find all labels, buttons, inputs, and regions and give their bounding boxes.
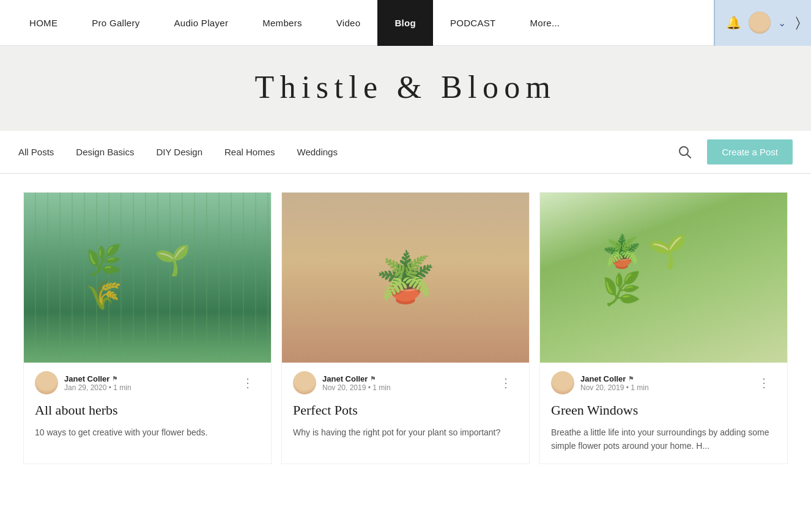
blog-filter-bar: All Posts Design Basics DIY Design Real … (0, 131, 811, 174)
post-3-date: Nov 20, 2019 • 1 min (580, 383, 649, 392)
post-1-date: Jan 29, 2020 • 1 min (64, 383, 131, 392)
site-title: Thistle & Bloom (0, 69, 811, 105)
post-1-meta: Janet Coller ⚑ Jan 29, 2020 • 1 min ⋮ (35, 371, 260, 394)
post-1-author-name: Janet Coller (64, 374, 109, 383)
filter-all-posts[interactable]: All Posts (18, 142, 65, 162)
post-2-meta: Janet Coller ⚑ Nov 20, 2019 • 1 min ⋮ (293, 371, 518, 394)
filter-real-homes[interactable]: Real Homes (213, 142, 286, 162)
post-3-body: Janet Coller ⚑ Nov 20, 2019 • 1 min ⋮ Gr… (540, 363, 787, 464)
nav-item-blog[interactable]: Blog (377, 0, 433, 46)
post-3-author-area: Janet Coller ⚑ Nov 20, 2019 • 1 min (551, 371, 649, 394)
post-3-author-info: Janet Coller ⚑ Nov 20, 2019 • 1 min (580, 374, 649, 392)
post-1-excerpt: 10 ways to get creative with your flower… (35, 426, 260, 439)
post-1-author-info: Janet Coller ⚑ Jan 29, 2020 • 1 min (64, 374, 131, 392)
post-2-admin-icon: ⚑ (370, 375, 376, 383)
post-3-meta: Janet Coller ⚑ Nov 20, 2019 • 1 min ⋮ (551, 371, 776, 394)
post-1-admin-icon: ⚑ (112, 375, 118, 383)
cursor-icon: 〉 (796, 15, 800, 31)
post-3-author-name: Janet Coller (580, 374, 626, 383)
blog-card-2[interactable]: Janet Coller ⚑ Nov 20, 2019 • 1 min ⋮ Pe… (281, 192, 530, 464)
blog-card-1[interactable]: Janet Coller ⚑ Jan 29, 2020 • 1 min ⋮ Al… (23, 192, 272, 464)
post-2-title: Perfect Pots (293, 402, 518, 419)
post-2-author-avatar (293, 371, 316, 394)
post-1-author-area: Janet Coller ⚑ Jan 29, 2020 • 1 min (35, 371, 131, 394)
post-3-title: Green Windows (551, 402, 776, 419)
post-3-image (540, 193, 787, 363)
nav-item-video[interactable]: Video (319, 0, 378, 46)
filter-diy-design[interactable]: DIY Design (145, 142, 213, 162)
post-2-date: Nov 20, 2019 • 1 min (322, 383, 391, 392)
post-2-image (282, 193, 529, 363)
post-3-author-name-row: Janet Coller ⚑ (580, 374, 649, 383)
nav-item-home[interactable]: HOME (12, 0, 75, 46)
blog-card-3[interactable]: Janet Coller ⚑ Nov 20, 2019 • 1 min ⋮ Gr… (539, 192, 788, 464)
avatar-face (749, 12, 771, 34)
chevron-down-icon[interactable]: ⌄ (778, 17, 786, 29)
post-3-author-avatar (551, 371, 574, 394)
create-post-button[interactable]: Create a Post (707, 139, 793, 164)
post-2-author-area: Janet Coller ⚑ Nov 20, 2019 • 1 min (293, 371, 391, 394)
post-2-author-info: Janet Coller ⚑ Nov 20, 2019 • 1 min (322, 374, 391, 392)
user-account-area[interactable]: 🔔 ⌄ 〉 (714, 0, 811, 46)
notification-bell-icon[interactable]: 🔔 (726, 15, 741, 30)
post-1-author-avatar (35, 371, 58, 394)
post-2-author-name: Janet Coller (322, 374, 368, 383)
avatar (749, 12, 771, 34)
filter-weddings[interactable]: Weddings (286, 142, 349, 162)
search-button[interactable] (673, 140, 697, 164)
filter-design-basics[interactable]: Design Basics (65, 142, 145, 162)
post-1-title: All about herbs (35, 402, 260, 419)
post-2-author-name-row: Janet Coller ⚑ (322, 374, 391, 383)
post-3-admin-icon: ⚑ (628, 375, 634, 383)
post-1-more-button[interactable]: ⋮ (237, 373, 260, 393)
navigation: HOME Pro Gallery Audio Player Members Vi… (0, 0, 811, 46)
search-icon (678, 146, 692, 159)
post-1-body: Janet Coller ⚑ Jan 29, 2020 • 1 min ⋮ Al… (24, 363, 271, 450)
hero-section: Thistle & Bloom (0, 46, 811, 131)
post-3-more-button[interactable]: ⋮ (753, 373, 776, 393)
post-3-excerpt: Breathe a little life into your surround… (551, 426, 776, 453)
nav-item-members[interactable]: Members (245, 0, 319, 46)
nav-item-audio-player[interactable]: Audio Player (157, 0, 246, 46)
post-2-more-button[interactable]: ⋮ (495, 373, 518, 393)
blog-post-grid: Janet Coller ⚑ Jan 29, 2020 • 1 min ⋮ Al… (0, 174, 811, 476)
nav-item-pro-gallery[interactable]: Pro Gallery (75, 0, 157, 46)
post-1-author-name-row: Janet Coller ⚑ (64, 374, 131, 383)
nav-items: HOME Pro Gallery Audio Player Members Vi… (12, 0, 714, 46)
svg-line-1 (687, 154, 691, 158)
post-2-body: Janet Coller ⚑ Nov 20, 2019 • 1 min ⋮ Pe… (282, 363, 529, 450)
nav-item-more[interactable]: More... (513, 0, 577, 46)
nav-item-podcast[interactable]: PODCAST (433, 0, 513, 46)
post-2-excerpt: Why is having the right pot for your pla… (293, 426, 518, 439)
post-1-image (24, 193, 271, 363)
